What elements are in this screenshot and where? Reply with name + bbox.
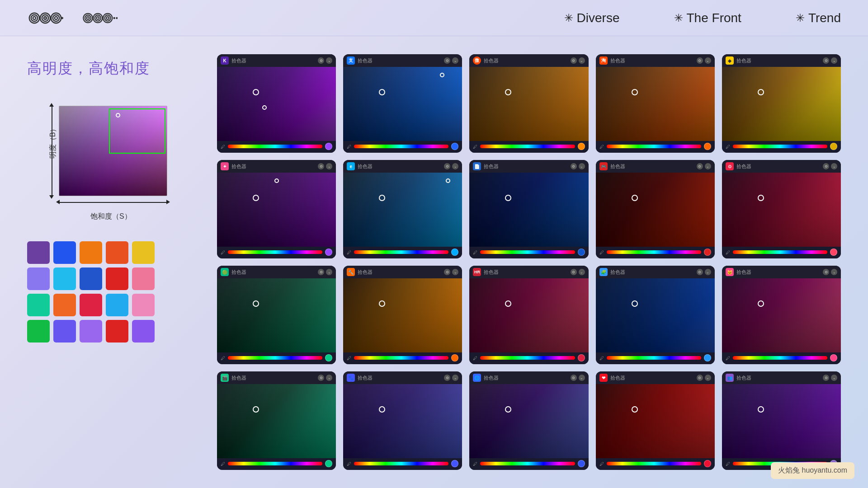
card-settings-6[interactable]: ⚙ <box>318 163 324 169</box>
rainbow-bar-14[interactable] <box>607 356 701 360</box>
card-gradient-6[interactable] <box>217 173 336 247</box>
eyedropper-3[interactable]: 🖊 <box>473 144 477 149</box>
card-settings-17[interactable]: ⚙ <box>444 375 450 381</box>
card-expand-17[interactable]: ⌄ <box>452 375 458 381</box>
card-settings-16[interactable]: ⚙ <box>318 375 324 381</box>
card-expand-5[interactable]: ⌄ <box>831 57 837 64</box>
rainbow-bar-1[interactable] <box>228 145 322 148</box>
color-dot-8[interactable] <box>578 249 585 256</box>
card-settings-14[interactable]: ⚙ <box>697 269 703 275</box>
color-dot-7[interactable] <box>451 249 458 256</box>
rainbow-bar-13[interactable] <box>480 356 575 360</box>
card-settings-13[interactable]: ⚙ <box>571 269 577 275</box>
eyedropper-11[interactable]: 🖊 <box>221 356 225 361</box>
swatch-12[interactable] <box>53 294 76 316</box>
card-settings-18[interactable]: ⚙ <box>571 375 577 381</box>
card-gradient-10[interactable] <box>722 173 841 247</box>
card-expand-6[interactable]: ⌄ <box>326 163 332 169</box>
nav-item-the-front[interactable]: ✳ The Front <box>674 11 741 25</box>
card-expand-19[interactable]: ⌄ <box>705 375 711 381</box>
color-dot-10[interactable] <box>830 249 837 256</box>
rainbow-bar-10[interactable] <box>733 250 827 254</box>
card-expand-4[interactable]: ⌄ <box>705 57 711 64</box>
card-expand-1[interactable]: ⌄ <box>326 57 332 64</box>
rainbow-bar-16[interactable] <box>228 462 322 465</box>
color-dot-2[interactable] <box>451 143 458 150</box>
swatch-16[interactable] <box>27 320 50 343</box>
card-expand-3[interactable]: ⌄ <box>579 57 585 64</box>
eyedropper-17[interactable]: 🖊 <box>347 461 351 466</box>
eyedropper-18[interactable]: 🖊 <box>473 461 477 466</box>
nav-item-trend[interactable]: ✳ Trend <box>796 11 841 25</box>
rainbow-bar-11[interactable] <box>228 356 322 360</box>
rainbow-bar-17[interactable] <box>354 462 448 465</box>
card-settings-12[interactable]: ⚙ <box>444 269 450 275</box>
card-expand-10[interactable]: ⌄ <box>831 163 837 169</box>
eyedropper-5[interactable]: 🖊 <box>726 144 730 149</box>
color-dot-5[interactable] <box>830 143 837 150</box>
eyedropper-4[interactable]: 🖊 <box>599 144 604 149</box>
eyedropper-8[interactable]: 🖊 <box>473 250 477 255</box>
rainbow-bar-6[interactable] <box>228 250 322 254</box>
card-settings-1[interactable]: ⚙ <box>318 57 324 64</box>
swatch-3[interactable] <box>80 241 102 264</box>
card-expand-14[interactable]: ⌄ <box>705 269 711 275</box>
card-gradient-15[interactable] <box>722 278 841 352</box>
color-dot-3[interactable] <box>578 143 585 150</box>
card-settings-4[interactable]: ⚙ <box>697 57 703 64</box>
card-gradient-20[interactable] <box>722 384 841 458</box>
color-dot-12[interactable] <box>451 354 458 361</box>
card-expand-12[interactable]: ⌄ <box>452 269 458 275</box>
card-settings-19[interactable]: ⚙ <box>697 375 703 381</box>
card-settings-8[interactable]: ⚙ <box>571 163 577 169</box>
card-gradient-9[interactable] <box>596 173 715 247</box>
color-dot-11[interactable] <box>325 354 332 361</box>
card-expand-13[interactable]: ⌄ <box>579 269 585 275</box>
eyedropper-7[interactable]: 🖊 <box>347 250 351 255</box>
card-gradient-8[interactable] <box>469 173 588 247</box>
card-gradient-14[interactable] <box>596 278 715 352</box>
swatch-4[interactable] <box>106 241 128 264</box>
card-expand-8[interactable]: ⌄ <box>579 163 585 169</box>
rainbow-bar-15[interactable] <box>733 356 827 360</box>
card-settings-11[interactable]: ⚙ <box>318 269 324 275</box>
nav-item-diverse[interactable]: ✳ Diverse <box>564 11 620 25</box>
eyedropper-13[interactable]: 🖊 <box>473 356 477 361</box>
card-settings-9[interactable]: ⚙ <box>697 163 703 169</box>
rainbow-bar-2[interactable] <box>354 145 448 148</box>
card-gradient-1[interactable] <box>217 67 336 141</box>
rainbow-bar-4[interactable] <box>607 145 701 148</box>
color-dot-17[interactable] <box>451 460 458 467</box>
swatch-14[interactable] <box>106 294 128 316</box>
eyedropper-14[interactable]: 🖊 <box>599 356 604 361</box>
card-gradient-5[interactable] <box>722 67 841 141</box>
eyedropper-6[interactable]: 🖊 <box>221 250 225 255</box>
card-gradient-17[interactable] <box>343 384 462 458</box>
card-gradient-19[interactable] <box>596 384 715 458</box>
logo-icon-2[interactable] <box>81 7 118 29</box>
eyedropper-15[interactable]: 🖊 <box>726 356 730 361</box>
rainbow-bar-3[interactable] <box>480 145 575 148</box>
card-expand-18[interactable]: ⌄ <box>579 375 585 381</box>
color-dot-4[interactable] <box>704 143 711 150</box>
card-settings-7[interactable]: ⚙ <box>444 163 450 169</box>
eyedropper-19[interactable]: 🖊 <box>599 461 604 466</box>
rainbow-bar-18[interactable] <box>480 462 575 465</box>
card-gradient-13[interactable] <box>469 278 588 352</box>
swatch-20[interactable] <box>132 320 155 343</box>
swatch-17[interactable] <box>53 320 76 343</box>
swatch-7[interactable] <box>53 267 76 290</box>
eyedropper-16[interactable]: 🖊 <box>221 461 225 466</box>
card-gradient-3[interactable] <box>469 67 588 141</box>
rainbow-bar-19[interactable] <box>607 462 701 465</box>
card-gradient-7[interactable] <box>343 173 462 247</box>
color-dot-14[interactable] <box>704 354 711 361</box>
color-dot-19[interactable] <box>704 460 711 467</box>
rainbow-bar-12[interactable] <box>354 356 448 360</box>
color-dot-9[interactable] <box>704 249 711 256</box>
eyedropper-10[interactable]: 🖊 <box>726 250 730 255</box>
color-dot-18[interactable] <box>578 460 585 467</box>
swatch-10[interactable] <box>132 267 155 290</box>
swatch-9[interactable] <box>106 267 128 290</box>
eyedropper-12[interactable]: 🖊 <box>347 356 351 361</box>
